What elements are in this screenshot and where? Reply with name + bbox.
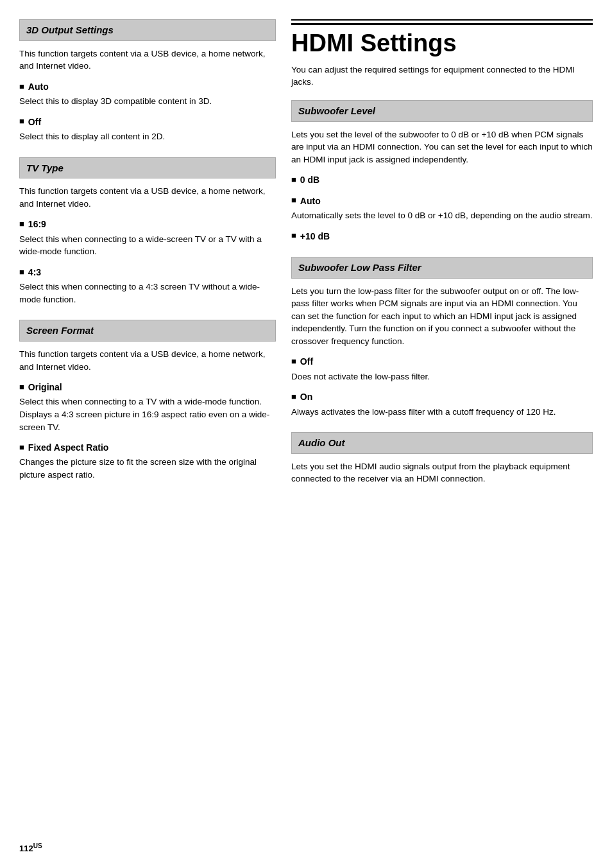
page-number: 112US bbox=[19, 842, 42, 855]
section-intro-screen-format: This function targets content via a USB … bbox=[19, 348, 276, 373]
section-tv-type: TV Type This function targets content vi… bbox=[19, 157, 276, 306]
section-header-audio-out: Audio Out bbox=[291, 432, 593, 454]
section-intro-subwoofer-lpf: Lets you turn the low-pass filter for th… bbox=[291, 285, 593, 348]
option-title-original: Original bbox=[19, 381, 276, 394]
option-desc-fixed-aspect: Changes the picture size to fit the scre… bbox=[19, 456, 276, 481]
section-audio-out: Audio Out Lets you set the HDMI audio si… bbox=[291, 432, 593, 485]
hdmi-intro: You can adjust the required settings for… bbox=[291, 64, 593, 89]
option-title-4-3: 4:3 bbox=[19, 266, 276, 279]
main-title: HDMI Settings bbox=[291, 23, 593, 57]
option-desc-16-9: Select this when connecting to a wide-sc… bbox=[19, 233, 276, 258]
option-desc-original: Select this when connecting to a TV with… bbox=[19, 395, 276, 433]
option-title-on-lpf: On bbox=[291, 390, 593, 403]
option-title-0db: 0 dB bbox=[291, 173, 593, 186]
top-rule bbox=[291, 19, 593, 21]
option-desc-4-3: Select this when connecting to a 4:3 scr… bbox=[19, 281, 276, 306]
option-desc-auto: Select this to display 3D compatible con… bbox=[19, 95, 276, 108]
option-title-auto-sub: Auto bbox=[291, 195, 593, 207]
section-intro-3d-output: This function targets content via a USB … bbox=[19, 48, 276, 73]
option-desc-auto-sub: Automatically sets the level to 0 dB or … bbox=[291, 209, 593, 222]
option-title-fixed-aspect: Fixed Aspect Ratio bbox=[19, 441, 276, 454]
section-intro-subwoofer-level: Lets you set the level of the subwoofer … bbox=[291, 128, 593, 166]
option-title-10db: +10 dB bbox=[291, 230, 593, 243]
section-header-subwoofer-level: Subwoofer Level bbox=[291, 100, 593, 122]
section-intro-audio-out: Lets you set the HDMI audio signals outp… bbox=[291, 460, 593, 485]
section-screen-format: Screen Format This function targets cont… bbox=[19, 320, 276, 481]
section-header-3d-output: 3D Output Settings bbox=[19, 19, 276, 41]
section-intro-tv-type: This function targets content via a USB … bbox=[19, 185, 276, 210]
option-title-off-lpf: Off bbox=[291, 355, 593, 368]
section-header-subwoofer-lpf: Subwoofer Low Pass Filter bbox=[291, 257, 593, 279]
section-header-tv-type: TV Type bbox=[19, 157, 276, 179]
option-desc-off-lpf: Does not activate the low-pass filter. bbox=[291, 370, 593, 383]
section-header-screen-format: Screen Format bbox=[19, 320, 276, 342]
right-column: HDMI Settings You can adjust the require… bbox=[291, 19, 593, 849]
option-title-off-3d: Off bbox=[19, 116, 276, 128]
option-desc-on-lpf: Always activates the low-pass filter wit… bbox=[291, 406, 593, 419]
option-title-auto: Auto bbox=[19, 80, 276, 93]
section-subwoofer-level: Subwoofer Level Lets you set the level o… bbox=[291, 100, 593, 243]
section-subwoofer-lpf: Subwoofer Low Pass Filter Lets you turn … bbox=[291, 257, 593, 418]
option-title-16-9: 16:9 bbox=[19, 218, 276, 230]
left-column: 3D Output Settings This function targets… bbox=[19, 19, 276, 849]
option-desc-off-3d: Select this to display all content in 2D… bbox=[19, 130, 276, 143]
section-3d-output: 3D Output Settings This function targets… bbox=[19, 19, 276, 143]
